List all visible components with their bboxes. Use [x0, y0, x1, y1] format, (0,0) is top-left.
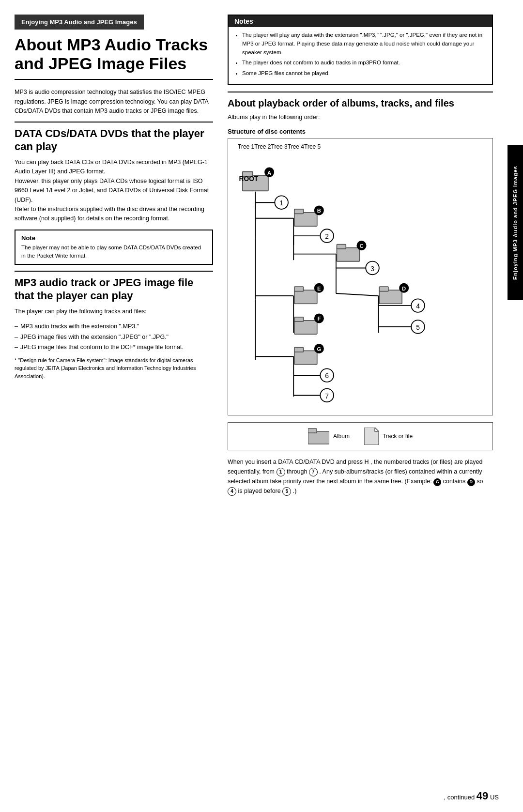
list-item: JPEG image files with the extension ".JP… — [15, 333, 213, 342]
intro-text: MP3 is audio compression technology that… — [15, 88, 213, 116]
playback-intro: Albums play in the following order: — [228, 113, 493, 122]
svg-text:G: G — [317, 346, 321, 352]
svg-text:F: F — [317, 316, 321, 322]
legend-track: Track or file — [364, 428, 413, 445]
page-number: 49 — [477, 790, 488, 802]
svg-text:B: B — [317, 208, 321, 214]
list-item: MP3 audio tracks with the extension ".MP… — [15, 322, 213, 331]
note-body: The player may not be able to play some … — [21, 244, 206, 260]
tree-headers: Tree 1 Tree 2 Tree 3 Tree 4 Tree 5 — [233, 143, 488, 150]
svg-marker-59 — [375, 428, 379, 431]
bottom-text: When you insert a DATA CD/DATA DVD and p… — [228, 457, 493, 496]
svg-text:3: 3 — [370, 265, 374, 273]
note-box: Note The player may not be able to play … — [15, 230, 213, 265]
tree-header-5: Tree 5 — [304, 143, 321, 150]
svg-text:E: E — [317, 286, 321, 291]
svg-rect-57 — [308, 429, 317, 433]
section1-body: You can play back DATA CDs or DATA DVDs … — [15, 158, 213, 224]
svg-line-33 — [336, 293, 379, 296]
svg-text:7: 7 — [325, 393, 329, 400]
notes-box: Notes The player will play any data with… — [228, 15, 493, 85]
svg-text:D: D — [402, 286, 406, 291]
list-item: JPEG image files that conform to the DCF… — [15, 343, 213, 352]
playback-section-heading: About playback order of albums, tracks, … — [228, 92, 493, 109]
svg-text:5: 5 — [416, 324, 420, 332]
tree-diagram: Tree 1 Tree 2 Tree 3 Tree 4 Tree 5 — [228, 138, 493, 415]
footer-suffix: US — [490, 794, 499, 801]
svg-text:ROOT: ROOT — [239, 176, 259, 183]
footnote: * "Design rule for Camera File system": … — [15, 356, 213, 381]
legend-track-label: Track or file — [383, 433, 413, 440]
tree-header-1: Tree 1 — [238, 143, 254, 150]
tree-svg: ROOT A 1 B — [233, 154, 488, 409]
svg-rect-56 — [308, 431, 329, 444]
note-item: The player does not conform to audio tra… — [242, 59, 486, 67]
svg-text:1: 1 — [279, 200, 283, 207]
svg-text:A: A — [267, 170, 271, 176]
svg-text:6: 6 — [325, 373, 329, 380]
tree-header-2: Tree 2 — [254, 143, 271, 150]
footer-continued: , continued — [444, 794, 475, 801]
side-tab: Enjoying MP3 Audio and JPEG Images — [508, 145, 523, 300]
note-title: Note — [21, 234, 206, 242]
note-item: Some JPEG files cannot be played. — [242, 69, 486, 78]
notes-header: Notes — [229, 15, 492, 27]
tree-legend: Album Track or file — [228, 422, 493, 450]
svg-text:4: 4 — [416, 303, 420, 310]
tracks-list: MP3 audio tracks with the extension ".MP… — [15, 322, 213, 352]
section2-body: The player can play the following tracks… — [15, 307, 213, 316]
top-banner: Enjoying MP3 Audio and JPEG Images — [15, 15, 144, 30]
legend-album: Album — [308, 428, 350, 444]
section2-heading: MP3 audio track or JPEG image file that … — [15, 271, 213, 302]
tree-header-3: Tree 3 — [271, 143, 288, 150]
note-item: The player will play any data with the e… — [242, 31, 486, 57]
footer: , continued 49 US — [444, 790, 499, 802]
main-title: About MP3 Audio Tracks and JPEG Image Fi… — [15, 35, 213, 80]
structure-label: Structure of disc contents — [228, 128, 493, 135]
notes-body: The player will play any data with the e… — [229, 27, 492, 84]
svg-text:2: 2 — [325, 233, 329, 241]
legend-album-label: Album — [333, 433, 350, 440]
tree-header-4: Tree 4 — [288, 143, 304, 150]
svg-text:C: C — [359, 244, 363, 249]
section1-heading: DATA CDs/DATA DVDs that the player can p… — [15, 122, 213, 153]
